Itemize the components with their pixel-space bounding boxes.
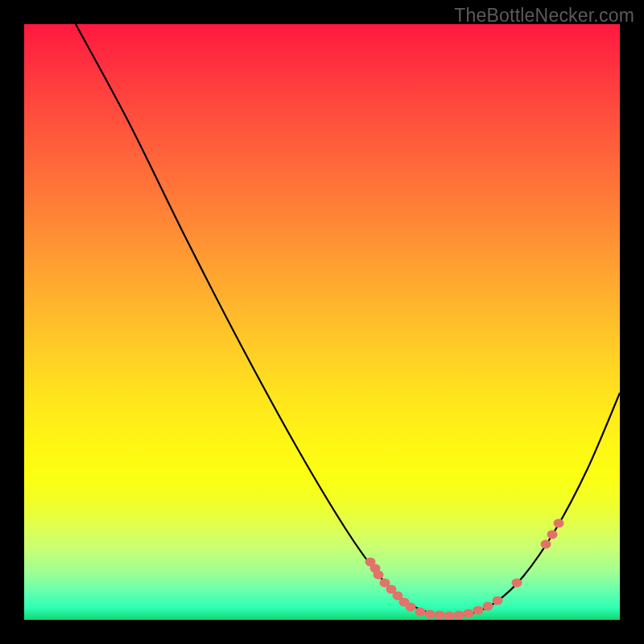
curve-marker <box>415 608 426 617</box>
curve-markers <box>365 519 564 621</box>
curve-marker <box>512 579 522 588</box>
watermark-text: TheBottleNecker.com <box>454 5 634 27</box>
curve-marker <box>483 602 493 611</box>
curve-marker <box>425 610 436 619</box>
curve-marker <box>444 612 455 621</box>
curve-marker <box>454 611 464 620</box>
plot-area <box>24 24 620 620</box>
chart-frame: TheBottleNecker.com <box>0 0 644 644</box>
curve-marker <box>406 603 416 612</box>
curve-marker <box>541 540 551 549</box>
curve-marker <box>547 530 558 539</box>
curve-marker <box>493 597 503 605</box>
curve-marker <box>554 519 564 528</box>
curve-line <box>76 24 620 616</box>
bottleneck-curve <box>24 24 620 620</box>
curve-marker <box>464 609 474 618</box>
curve-marker <box>374 571 384 580</box>
curve-marker <box>473 606 484 615</box>
curve-marker <box>435 611 445 620</box>
